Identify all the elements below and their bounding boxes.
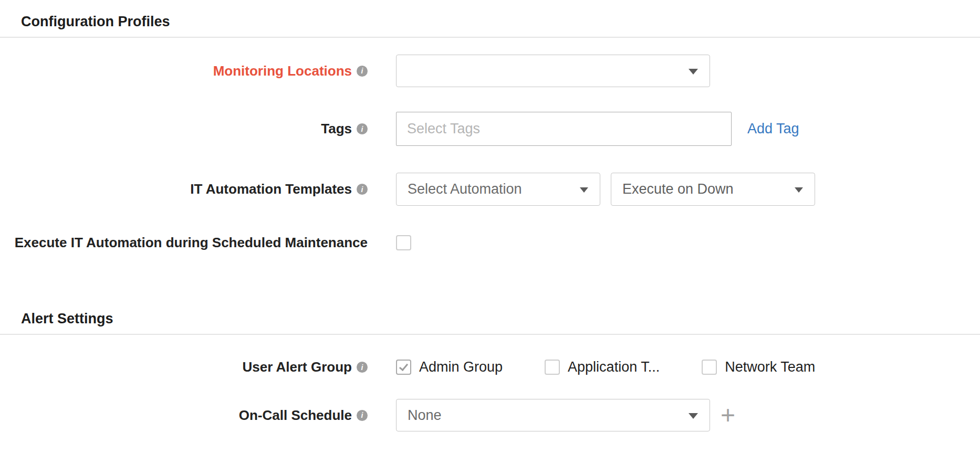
info-icon[interactable]: i [357,362,368,373]
info-icon[interactable]: i [357,410,368,421]
monitoring-locations-row: Monitoring Locations i [0,55,980,87]
on-call-schedule-label: On-Call Schedule [239,407,352,424]
alert-group-option-application: Application T... [545,359,660,375]
execute-maintenance-row: Execute IT Automation during Scheduled M… [0,235,980,251]
tags-label: Tags [321,121,352,137]
add-tag-link[interactable]: Add Tag [747,121,799,137]
it-automation-row: IT Automation Templates i Select Automat… [0,173,980,206]
network-team-checkbox[interactable] [702,360,717,375]
execute-on-down-value: Execute on Down [622,181,734,197]
admin-group-label: Admin Group [419,359,503,375]
info-icon[interactable]: i [357,184,368,195]
select-automation-dropdown[interactable]: Select Automation [396,173,600,206]
section-divider [0,37,980,38]
dropdown-caret-icon [795,187,803,193]
on-call-schedule-value: None [408,407,442,424]
checkmark-icon [399,362,408,371]
info-icon[interactable]: i [357,66,368,77]
dropdown-caret-icon [689,69,698,75]
alert-group-option-network: Network Team [702,359,815,375]
tags-row: Tags i Add Tag [0,112,980,146]
section-title-alert-settings: Alert Settings [21,310,980,328]
info-icon[interactable]: i [357,123,368,134]
admin-group-checkbox[interactable] [396,360,411,375]
application-team-checkbox[interactable] [545,360,560,375]
it-automation-templates-label: IT Automation Templates [190,181,352,197]
execute-on-down-dropdown[interactable]: Execute on Down [611,173,815,206]
monitoring-locations-label: Monitoring Locations [213,63,352,79]
execute-maintenance-checkbox[interactable] [396,235,411,250]
execute-maintenance-label: Execute IT Automation during Scheduled M… [15,235,368,251]
alert-group-option-admin: Admin Group [396,359,503,375]
add-schedule-icon[interactable]: + [721,403,735,428]
section-title-configuration-profiles: Configuration Profiles [21,13,980,30]
dropdown-caret-icon [580,187,588,193]
monitoring-locations-select[interactable] [396,55,710,87]
user-alert-group-row: User Alert Group i Admin Group Applicati… [0,359,980,375]
network-team-label: Network Team [725,359,815,375]
section-divider [0,334,980,335]
on-call-schedule-row: On-Call Schedule i None + [0,399,980,431]
on-call-schedule-select[interactable]: None [396,399,710,431]
user-alert-group-label: User Alert Group [242,359,352,375]
tags-input[interactable] [396,112,732,146]
select-automation-value: Select Automation [408,181,522,197]
dropdown-caret-icon [689,413,698,419]
application-team-label: Application T... [568,359,660,375]
